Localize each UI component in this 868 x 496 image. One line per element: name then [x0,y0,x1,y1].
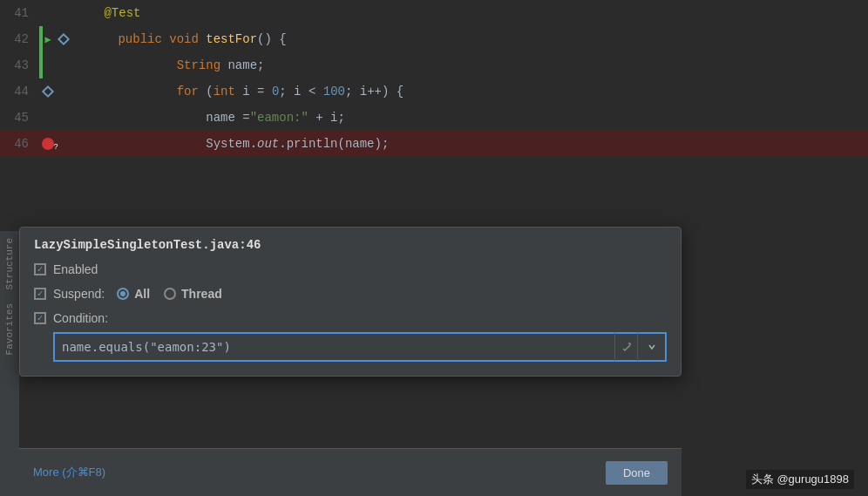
gutter-44 [39,87,57,96]
suspend-checkbox[interactable] [34,288,46,300]
line-number-41: 41 [0,6,39,20]
breakpoint-icon-46[interactable] [42,138,54,150]
suspend-row: Suspend: All Thread [34,287,667,301]
line-number-45: 45 [0,111,39,125]
condition-input[interactable] [53,332,614,362]
all-radio-wrapper[interactable]: All [117,287,150,301]
line-number-44: 44 [0,85,39,99]
dialog-bottom-bar: More (介⌘F8) Done [19,448,682,496]
breakpoint-dialog: LazySimpleSingletonTest.java:46 Enabled … [19,227,682,377]
condition-dropdown-button[interactable] [637,332,667,362]
gutter-46[interactable] [39,138,57,150]
done-button[interactable]: Done [606,461,668,485]
line-number-42: 42 [0,32,39,46]
sidebar-tab-structure[interactable]: Structure [1,231,18,296]
enabled-checkbox[interactable] [34,263,46,275]
enabled-label: Enabled [53,262,98,276]
condition-row: Condition: [34,311,667,325]
sidebar-tab-favorites[interactable]: Favorites [1,296,18,362]
enabled-checkbox-wrapper[interactable]: Enabled [34,262,98,276]
suspend-radio-group: All Thread [117,287,222,301]
all-label: All [134,287,150,301]
thread-radio[interactable] [164,288,176,300]
code-line-46: 46 System.out.println(name); [0,131,868,157]
line-number-43: 43 [0,58,39,72]
condition-checkbox-wrapper[interactable]: Condition: [34,311,108,325]
thread-label: Thread [181,287,222,301]
condition-checkbox[interactable] [34,312,46,324]
left-sidebar: Structure Favorites [0,231,19,496]
enabled-row: Enabled [34,262,667,276]
condition-input-row [53,332,667,362]
step-icon-44 [42,85,54,98]
expand-input-button[interactable] [614,332,637,362]
suspend-checkbox-wrapper[interactable]: Suspend: [34,287,105,301]
more-link[interactable]: More (介⌘F8) [33,465,105,480]
code-editor: 41 @Test 42 ▶ public void testFor() { 43… [0,0,868,231]
thread-radio-wrapper[interactable]: Thread [164,287,222,301]
suspend-label: Suspend: [53,287,105,301]
condition-label: Condition: [53,311,108,325]
watermark: 头条 @gurugu1898 [746,470,854,489]
dialog-title: LazySimpleSingletonTest.java:46 [34,238,667,252]
line-content-46: System.out.println(name); [71,123,389,165]
run-icon[interactable]: ▶ [42,33,54,45]
step-gutter-42 [57,35,71,44]
all-radio[interactable] [117,288,129,300]
line-number-46: 46 [0,137,39,151]
step-icon-42 [58,33,70,45]
